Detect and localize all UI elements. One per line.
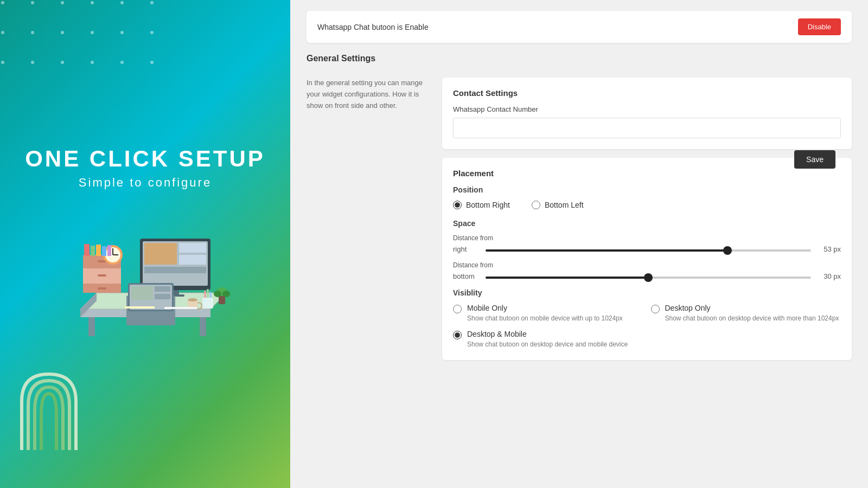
whatsapp-number-label: Whatsapp Contact Number	[453, 105, 841, 113]
visibility-mobile-only-radio[interactable]	[453, 305, 462, 313]
svg-rect-17	[179, 243, 206, 253]
visibility-desktop-mobile-content: Desktop & Mobile Show chat butoon on des…	[467, 330, 628, 349]
space-label: Space	[453, 219, 841, 228]
svg-rect-26	[155, 286, 170, 292]
position-bottom-left-radio[interactable]	[532, 201, 540, 209]
visibility-desktop-only-radio[interactable]	[651, 305, 660, 313]
svg-rect-6	[200, 317, 206, 336]
svg-rect-5	[88, 317, 95, 336]
visibility-desktop-mobile-title: Desktop & Mobile	[467, 330, 628, 338]
svg-rect-34	[96, 245, 101, 256]
bottom-slider-label: bottom	[453, 272, 480, 280]
settings-description: In the general setting you can mange you…	[307, 78, 426, 111]
right-slider-label: right	[453, 245, 480, 253]
distance-from-bottom-label: Distance from	[453, 261, 841, 269]
left-title: ONE CLICK SETUP	[25, 146, 265, 171]
position-bottom-right-label: Bottom Right	[466, 201, 510, 209]
bottom-distance-slider[interactable]	[486, 277, 811, 279]
svg-rect-35	[102, 246, 106, 256]
desk-illustration	[48, 201, 243, 342]
svg-rect-32	[84, 244, 90, 256]
svg-rect-44	[164, 307, 197, 309]
svg-rect-16	[144, 243, 177, 265]
bottom-distance-value: 30 px	[816, 272, 841, 280]
right-distance-value: 53 px	[816, 245, 841, 253]
svg-point-48	[222, 291, 230, 297]
svg-rect-12	[98, 274, 106, 277]
svg-rect-1	[0, 0, 163, 81]
bottom-slider-container	[486, 271, 811, 281]
distance-from-right-label: Distance from	[453, 234, 841, 242]
svg-rect-19	[144, 267, 206, 273]
disable-button[interactable]: Disable	[798, 18, 841, 35]
right-distance-slider[interactable]	[486, 249, 811, 252]
status-text: Whatsapp Chat butoon is Enable	[317, 23, 429, 31]
save-button[interactable]: Save	[794, 150, 835, 169]
position-radio-group: Bottom Right Bottom Left	[453, 201, 841, 209]
position-bottom-left-label: Bottom Left	[545, 201, 584, 209]
svg-rect-36	[107, 245, 111, 256]
right-slider-row: right 53 px	[453, 244, 841, 254]
right-panel: Whatsapp Chat butoon is Enable Disable G…	[290, 0, 868, 488]
visibility-mobile-only-desc: Show chat butoon on mobile device with u…	[467, 314, 623, 323]
visibility-desktop-only-content: Desktop Only Show chat butoon on desktop…	[665, 304, 839, 323]
svg-point-38	[188, 298, 197, 301]
visibility-mobile-only-title: Mobile Only	[467, 304, 623, 312]
contact-settings-title: Contact Settings	[453, 88, 841, 98]
svg-rect-43	[125, 306, 155, 309]
settings-cards-col: Contact Settings Whatsapp Contact Number…	[442, 78, 852, 360]
placement-title: Placement	[453, 169, 841, 178]
visibility-desktop-only-title: Desktop Only	[665, 304, 839, 312]
visibility-desktop-only[interactable]: Desktop Only Show chat butoon on desktop…	[651, 304, 841, 323]
placement-card: Placement Position Bottom Right Bottom L…	[442, 158, 852, 360]
svg-rect-18	[179, 255, 206, 265]
svg-rect-27	[155, 294, 170, 299]
visibility-desktop-only-desc: Show chat butoon on desktop device with …	[665, 314, 839, 323]
arches-decoration	[16, 347, 81, 455]
visibility-options-grid: Mobile Only Show chat butoon on mobile d…	[453, 304, 841, 323]
svg-rect-39	[202, 298, 213, 309]
general-settings-section: General Settings Save In the general set…	[307, 54, 852, 360]
left-panel: ONE CLICK SETUP Simple to configure	[0, 0, 290, 488]
visibility-bottom-row: Desktop & Mobile Show chat butoon on des…	[453, 330, 841, 349]
svg-point-47	[214, 291, 221, 297]
visibility-desktop-mobile-radio[interactable]	[453, 331, 462, 339]
position-bottom-right-radio[interactable]	[453, 201, 462, 209]
dots-pattern	[0, 0, 163, 81]
whatsapp-number-input[interactable]	[453, 118, 841, 138]
svg-rect-13	[98, 287, 106, 290]
position-bottom-left[interactable]: Bottom Left	[532, 201, 584, 209]
position-bottom-right[interactable]: Bottom Right	[453, 201, 510, 209]
visibility-desktop-mobile-desc: Show chat butoon on desktop device and m…	[467, 340, 628, 349]
svg-rect-33	[91, 246, 95, 256]
visibility-desktop-mobile[interactable]: Desktop & Mobile Show chat butoon on des…	[453, 330, 841, 349]
settings-description-col: In the general setting you can mange you…	[307, 78, 426, 360]
visibility-title: Visiblity	[453, 288, 841, 297]
visibility-section: Visiblity Mobile Only Show chat butoon o…	[453, 288, 841, 349]
svg-rect-25	[131, 286, 153, 300]
left-subtitle: Simple to configure	[25, 176, 265, 190]
visibility-mobile-only-content: Mobile Only Show chat butoon on mobile d…	[467, 304, 623, 323]
status-bar: Whatsapp Chat butoon is Enable Disable	[307, 11, 852, 43]
contact-settings-card: Contact Settings Whatsapp Contact Number	[442, 78, 852, 149]
space-section: Space Distance from right 53 px Distance…	[453, 219, 841, 281]
right-slider-container	[486, 244, 811, 254]
settings-top-row: General Settings Save	[307, 54, 852, 69]
visibility-mobile-only[interactable]: Mobile Only Show chat butoon on mobile d…	[453, 304, 643, 323]
settings-content-row: In the general setting you can mange you…	[307, 78, 852, 360]
left-text-block: ONE CLICK SETUP Simple to configure	[25, 146, 265, 190]
position-label: Position	[453, 185, 841, 194]
general-settings-title: General Settings	[307, 54, 375, 63]
bottom-slider-row: bottom 30 px	[453, 271, 841, 281]
